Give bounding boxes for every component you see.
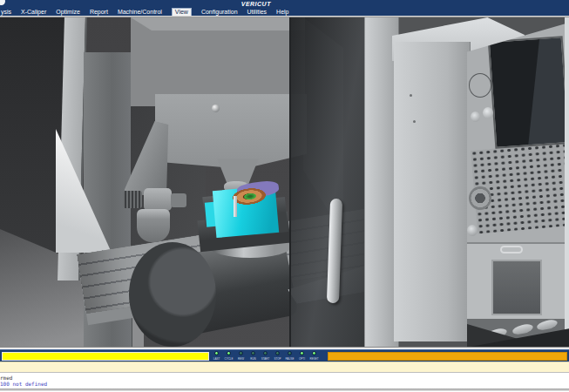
led-icon — [239, 351, 243, 355]
title-bar: VERICUT — [0, 0, 569, 8]
playback-button-2[interactable]: CYCLE — [223, 350, 234, 362]
menu-item-view[interactable]: View — [172, 8, 192, 17]
menu-item-utilities[interactable]: Utilities — [247, 9, 268, 16]
pendant-right-edge — [565, 17, 569, 347]
spindle-head-top — [131, 17, 305, 30]
led-icon — [312, 351, 316, 355]
app-title: VERICUT — [241, 0, 271, 8]
playback-button-5[interactable]: START — [260, 350, 271, 362]
led-icon — [288, 351, 292, 355]
control-button — [481, 220, 492, 232]
cutting-tool — [234, 196, 237, 217]
probe-knurled-knob — [123, 191, 142, 208]
window-icon[interactable] — [0, 0, 5, 5]
control-knob-lower — [469, 186, 491, 210]
log-output-area[interactable]: rmed 100 not defined — [0, 373, 569, 389]
machine-3d-viewport[interactable] — [0, 17, 569, 347]
playback-button-6[interactable]: STOP — [272, 350, 283, 362]
menu-item-optimize[interactable]: Optimize — [56, 9, 80, 16]
bottom-divider — [0, 389, 569, 391]
menu-bar: ysis X-Caliper Optimize Report Machine/C… — [0, 8, 569, 16]
panel-screw — [413, 120, 416, 123]
control-knob-upper — [469, 73, 491, 98]
probe-cap — [171, 193, 186, 207]
playback-toolbar: LAST CYCLE REW RUN START STOP PAUSE OPTI… — [0, 349, 569, 362]
vericut-app-window: VERICUT ysis X-Caliper Optimize Report M… — [0, 0, 569, 392]
playback-button-7[interactable]: PAUSE — [284, 350, 295, 362]
simulation-progress-bar — [2, 352, 209, 361]
log-line: rmed — [0, 375, 569, 381]
menu-item-machine-control[interactable]: Machine/Control — [118, 9, 162, 16]
message-strip — [0, 362, 569, 373]
log-line: 100 not defined — [0, 381, 569, 387]
control-pendant-face — [467, 23, 569, 347]
status-bar — [328, 352, 567, 361]
probe-cup — [137, 209, 170, 242]
menu-item-configuration[interactable]: Configuration — [201, 9, 238, 16]
control-pendant-side — [394, 42, 471, 341]
menu-item-help[interactable]: Help — [276, 9, 288, 16]
led-icon — [300, 351, 304, 355]
pendant-door-handle — [500, 246, 523, 253]
led-icon — [227, 351, 231, 355]
menu-item-report[interactable]: Report — [90, 9, 108, 16]
playback-button-1[interactable]: LAST — [211, 350, 222, 362]
led-icon — [214, 351, 219, 355]
led-icon — [263, 351, 268, 355]
rotary-drum-face — [129, 242, 216, 347]
control-button — [467, 225, 478, 236]
menu-item-xcaliper[interactable]: X-Caliper — [21, 9, 46, 16]
playback-button-4[interactable]: RUN — [247, 350, 259, 362]
spindle-head-lower — [155, 94, 307, 169]
playback-button-3[interactable]: REW — [235, 350, 247, 362]
playback-button-8[interactable]: OPTI — [296, 350, 308, 362]
cnc-screen — [488, 36, 569, 149]
spindle-head-upper — [131, 17, 305, 106]
led-icon — [251, 351, 255, 355]
menu-item-analysis[interactable]: ysis — [1, 9, 11, 16]
playback-buttons: LAST CYCLE REW RUN START STOP PAUSE OPTI… — [211, 350, 326, 362]
panel-screw — [410, 94, 412, 97]
control-button — [483, 107, 493, 118]
probe-hub — [144, 188, 172, 211]
led-icon — [275, 351, 280, 355]
control-button — [471, 112, 480, 122]
pendant-door-window — [491, 260, 542, 315]
playback-button-9[interactable]: RESET — [308, 350, 320, 362]
spindle-head-screw — [212, 105, 220, 112]
